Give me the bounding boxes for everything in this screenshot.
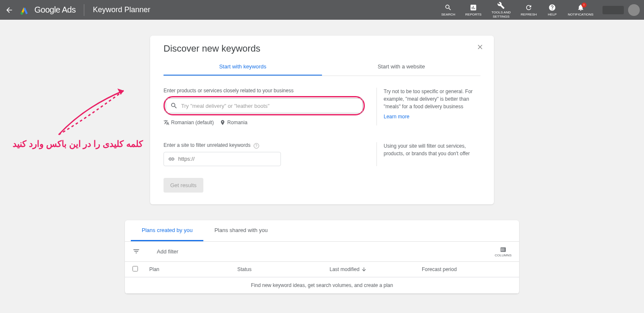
- keyword-input-highlight: [164, 96, 365, 115]
- tab-plans-mine[interactable]: Plans created by you: [131, 220, 203, 241]
- avatar[interactable]: [628, 4, 640, 16]
- location-icon: [220, 120, 226, 125]
- keyword-section: Enter products or services closely relat…: [164, 88, 480, 125]
- discover-card: Discover new keywords Start with keyword…: [150, 36, 494, 204]
- header-left: Google Ads Keyword Planner: [4, 4, 151, 16]
- nav-label: HELP: [548, 13, 557, 17]
- close-icon[interactable]: [476, 43, 484, 51]
- columns-icon: [499, 246, 507, 253]
- filter-icon[interactable]: [132, 248, 140, 255]
- select-all-checkbox[interactable]: [132, 266, 138, 271]
- lang-loc-row: Romanian (default) Romania: [164, 120, 365, 125]
- sort-down-icon: [361, 266, 367, 272]
- discover-tabs: Start with keywords Start with a website: [164, 58, 480, 76]
- nav-label: TOOLS AND SETTINGS: [491, 10, 511, 18]
- keyword-field-label: Enter products or services closely relat…: [164, 88, 365, 94]
- back-arrow-icon[interactable]: [4, 5, 14, 15]
- wrench-icon: [497, 1, 505, 10]
- plans-card: Plans created by you Plans shared with y…: [125, 220, 519, 294]
- columns-button[interactable]: COLUMNS: [495, 246, 512, 257]
- search-icon: [444, 3, 452, 12]
- tab-website[interactable]: Start with a website: [322, 58, 480, 76]
- language-selector[interactable]: Romanian (default): [164, 120, 214, 125]
- search-icon: [170, 102, 178, 110]
- nav-search[interactable]: SEARCH: [436, 2, 460, 18]
- translate-icon: [164, 120, 169, 125]
- svg-point-0: [21, 12, 23, 15]
- nav-reports[interactable]: REPORTS: [460, 2, 487, 18]
- nav-label: REFRESH: [521, 13, 537, 17]
- header-right: SEARCH REPORTS TOOLS AND SETTINGS REFRES…: [436, 0, 640, 20]
- app-title: Keyword Planner: [93, 5, 150, 14]
- learn-more-link[interactable]: Learn more: [384, 113, 409, 120]
- link-icon: [168, 156, 175, 162]
- refresh-icon: [525, 3, 533, 12]
- account-info[interactable]: [602, 6, 624, 14]
- nav-label: NOTIFICATIONS: [568, 13, 593, 17]
- tab-keywords[interactable]: Start with keywords: [164, 58, 322, 76]
- site-hint: Using your site will filter out services…: [384, 142, 480, 157]
- col-status[interactable]: Status: [237, 266, 330, 272]
- keyword-hint: Try not to be too specific or general. F…: [384, 88, 480, 110]
- location-selector[interactable]: Romania: [220, 120, 247, 125]
- site-field-label: Enter a site to filter unrelated keyword…: [164, 142, 365, 149]
- col-modified[interactable]: Last modified: [330, 266, 422, 272]
- google-ads-logo-icon: [19, 5, 29, 15]
- app-header: Google Ads Keyword Planner SEARCH REPORT…: [0, 0, 644, 20]
- col-plan[interactable]: Plan: [149, 266, 237, 272]
- nav-label: REPORTS: [465, 13, 482, 17]
- reports-icon: [469, 3, 478, 12]
- filter-row: Add filter COLUMNS: [125, 242, 519, 262]
- empty-state: Find new keyword ideas, get search volum…: [125, 277, 519, 294]
- table-header: Plan Status Last modified Forecast perio…: [125, 262, 519, 277]
- help-icon: [548, 3, 556, 12]
- site-section: Enter a site to filter unrelated keyword…: [164, 142, 480, 166]
- main-content: Discover new keywords Start with keyword…: [0, 20, 644, 294]
- get-results-button[interactable]: Get results: [164, 178, 203, 193]
- site-input[interactable]: [178, 156, 276, 162]
- help-tooltip-icon[interactable]: ?: [254, 143, 259, 149]
- nav-help[interactable]: HELP: [542, 2, 563, 18]
- nav-notifications[interactable]: NOTIFICATIONS: [563, 2, 598, 18]
- nav-refresh[interactable]: REFRESH: [516, 2, 542, 18]
- plans-tabs: Plans created by you Plans shared with y…: [125, 220, 519, 242]
- keyword-input[interactable]: [181, 103, 358, 109]
- tab-plans-shared[interactable]: Plans shared with you: [203, 220, 278, 241]
- add-filter-button[interactable]: Add filter: [157, 248, 178, 255]
- card-title: Discover new keywords: [164, 43, 480, 54]
- nav-tools[interactable]: TOOLS AND SETTINGS: [486, 0, 516, 20]
- col-forecast[interactable]: Forecast period: [422, 266, 512, 272]
- nav-label: SEARCH: [441, 13, 455, 17]
- bell-icon: [576, 3, 585, 12]
- divider: [84, 4, 84, 16]
- brand-label: Google Ads: [34, 5, 75, 15]
